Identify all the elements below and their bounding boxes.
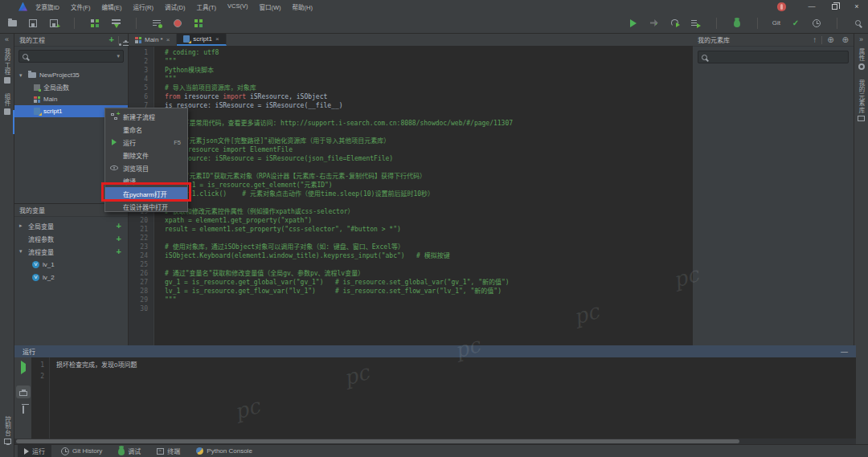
menu-item-8[interactable]: 帮助(H) — [293, 2, 313, 11]
tab-label: Main * — [145, 36, 163, 43]
statusbar-tab-Python Console[interactable]: Python Console — [190, 446, 258, 456]
add-variable-button[interactable]: + — [117, 222, 121, 231]
toolbar-separator — [837, 18, 837, 29]
menu-item-0[interactable]: 艺赛旗ID — [35, 2, 59, 11]
tool-strip-tab-我的工程[interactable]: 我的工程 — [0, 43, 14, 88]
menu-item-新建子流程[interactable]: 新建子流程 — [105, 110, 187, 123]
code-line: """ — [165, 296, 513, 304]
add-variable-button[interactable]: + — [117, 235, 121, 243]
variable-item-lv_2[interactable]: Vlv_2 — [14, 271, 128, 284]
search-dropdown-icon[interactable]: ▾ — [117, 53, 120, 59]
chevron-right-icon[interactable]: ▸ — [19, 222, 25, 229]
rerun-icon[interactable] — [669, 18, 681, 29]
statusbar-tab-Git History[interactable]: Git History — [55, 446, 108, 457]
menu-item-label: 重命名 — [123, 125, 142, 134]
tool-strip-tab-我的元素库[interactable]: 我的元素库 — [854, 75, 868, 126]
menu-item-编译[interactable]: 编译 — [105, 174, 187, 187]
attach-run-icon[interactable] — [649, 18, 660, 29]
close-icon[interactable]: × — [166, 36, 170, 43]
chevron-down-icon[interactable]: ▾ — [19, 72, 25, 79]
line-number: 28 — [129, 287, 154, 296]
rerun-console-button[interactable] — [21, 364, 26, 371]
save-icon[interactable] — [27, 18, 39, 29]
task-list-icon[interactable] — [151, 18, 162, 29]
code-line: element1 = is_resource.get_element("元素ID… — [165, 181, 513, 190]
statusbar-tab-label: 运行 — [32, 447, 45, 455]
project-search-input[interactable]: ▾ — [18, 50, 124, 63]
close-icon[interactable]: × — [215, 35, 219, 43]
run-config-icon[interactable] — [690, 18, 702, 29]
code-line: lv_1 = is_resource.get_flow_var("lv_1") … — [165, 287, 513, 296]
elements-search-input[interactable] — [698, 51, 849, 63]
git-menu[interactable]: Git — [772, 19, 780, 27]
code-lines[interactable]: # coding: utf8"""Python模块脚本"""# 导入当前项目资源… — [154, 47, 513, 345]
tree-item-label: NewProject35 — [39, 71, 80, 79]
statusbar-tab-终端[interactable]: 终端 — [150, 445, 186, 457]
run-button[interactable] — [628, 18, 639, 29]
menu-item-2[interactable]: 编辑(E) — [102, 2, 122, 11]
upload-element-icon[interactable]: ↑ — [813, 36, 817, 44]
menu-item-4[interactable]: 调试(D) — [165, 2, 185, 11]
variables-group-流程参数[interactable]: 流程参数+ — [14, 232, 128, 245]
horizontal-scrollbar[interactable] — [14, 439, 856, 444]
tab-Main *[interactable]: Main *× — [129, 34, 177, 46]
close-button[interactable]: × — [845, 0, 868, 13]
collapse-left-icon[interactable]: « — [5, 35, 9, 43]
add-file-button[interactable]: + — [109, 35, 114, 44]
variable-item-lv_1[interactable]: Vlv_1 — [14, 258, 128, 271]
statusbar-tab-运行[interactable]: 运行 — [18, 445, 51, 457]
menu-item-在设计器中打开[interactable]: 在设计器中打开 — [105, 200, 187, 213]
variables-group-流程变量[interactable]: ▾流程变量+ — [14, 245, 128, 258]
tree-item-NewProject35[interactable]: ▾NewProject35 — [14, 69, 128, 81]
menu-item-3[interactable]: 运行(R) — [133, 2, 154, 11]
menu-item-运行[interactable]: 运行F5 — [105, 136, 187, 149]
menu-item-重命名[interactable]: 重命名 — [105, 123, 187, 136]
tool-strip-tab-控制台[interactable]: 控制台 — [0, 411, 14, 449]
library-icon — [858, 116, 865, 121]
history-clock-icon[interactable] — [811, 18, 822, 29]
save-all-icon[interactable] — [48, 18, 59, 29]
tree-item-Main[interactable]: Main — [14, 93, 128, 105]
statusbar-tab-调试[interactable]: 调试 — [112, 445, 147, 457]
debug-bug-icon[interactable] — [731, 18, 743, 29]
code-line: iSObject.Keyboard(element1.window_title)… — [165, 251, 513, 260]
python-file-icon — [183, 35, 190, 43]
hide-panel-button[interactable]: — — [841, 348, 848, 356]
menu-item-删除文件[interactable]: 删除文件 — [105, 149, 187, 161]
menu-item-在pycharm打开[interactable]: 在pycharm打开 — [105, 187, 187, 200]
components-icon[interactable] — [89, 18, 100, 29]
menu-item-6[interactable]: VCS(V) — [227, 2, 248, 11]
tab-script1[interactable]: script1× — [177, 34, 226, 46]
clear-console-button[interactable] — [23, 406, 24, 413]
menu-item-浏览项目[interactable]: 浏览项目 — [105, 161, 187, 174]
statusbar-tab-label: 调试 — [128, 447, 141, 455]
scrollbar-thumb[interactable] — [16, 439, 739, 443]
variables-group-全局变量[interactable]: ▸全局变量+ — [14, 219, 128, 232]
minimize-button[interactable]: — — [800, 0, 823, 13]
maximize-button[interactable] — [823, 0, 845, 13]
pick-element-icon[interactable]: ⊕ — [827, 36, 833, 44]
plugins-grid-icon[interactable] — [193, 18, 204, 29]
menu-item-1[interactable]: 文件(F) — [71, 2, 91, 11]
menu-item-7[interactable]: 窗口(W) — [259, 2, 280, 11]
collapse-right-icon[interactable]: » — [859, 35, 863, 43]
chevron-down-icon[interactable]: ▾ — [19, 248, 25, 255]
open-folder-icon[interactable] — [6, 18, 18, 29]
tool-strip-tab-组件[interactable]: 组件 — [0, 88, 14, 120]
add-variable-button[interactable]: + — [117, 247, 121, 256]
line-number: 23 — [129, 243, 154, 251]
print-toggle[interactable] — [16, 386, 31, 398]
tree-item-全局函数[interactable]: 全局函数 — [14, 81, 128, 93]
import-resources-icon[interactable] — [110, 18, 121, 29]
console-lines[interactable]: 损坏检查完成，发现0项问题 — [50, 357, 137, 439]
tool-strip-tab-属性[interactable]: 属性 — [854, 43, 868, 75]
scan-element-icon[interactable]: ⊕ — [842, 36, 849, 44]
record-icon[interactable] — [172, 18, 183, 29]
menu-item-label: 编译 — [123, 177, 136, 186]
menu-item-5[interactable]: 工具(T) — [196, 2, 216, 11]
search-everywhere-icon[interactable] — [852, 18, 863, 29]
tree-item-label: script1 — [43, 108, 63, 115]
toolbar-separator — [136, 18, 137, 29]
commit-check-icon[interactable]: ✓ — [790, 18, 801, 29]
notification-icon[interactable] — [777, 2, 786, 11]
